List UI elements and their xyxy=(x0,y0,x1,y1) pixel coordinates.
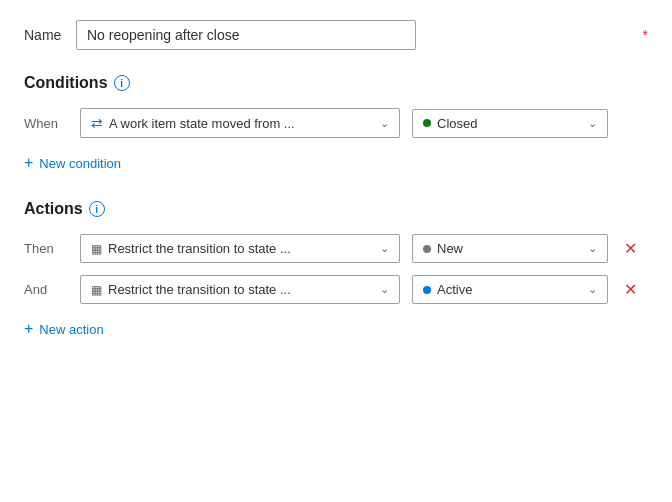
state-dropdown-closed[interactable]: Closed ⌄ xyxy=(412,109,608,138)
name-input-wrapper xyxy=(76,20,627,50)
new-action-button[interactable]: + New action xyxy=(24,316,104,342)
new-condition-button[interactable]: + New condition xyxy=(24,150,121,176)
new-condition-label: New condition xyxy=(39,156,121,171)
actions-section: Actions i Then ▦ Restrict the transition… xyxy=(24,200,648,342)
conditions-header: Conditions i xyxy=(24,74,648,92)
name-label: Name xyxy=(24,27,64,43)
then-label: Then xyxy=(24,241,68,256)
restrict-icon-then: ▦ xyxy=(91,242,102,256)
and-delete-button[interactable]: ✕ xyxy=(620,278,641,301)
then-state-dropdown-arrow: ⌄ xyxy=(588,242,597,255)
condition-dropdown-arrow: ⌄ xyxy=(380,117,389,130)
condition-dropdown-text: ⇄ A work item state moved from ... xyxy=(91,115,295,131)
when-label: When xyxy=(24,116,68,131)
state-dropdown-closed-text: Closed xyxy=(423,116,477,131)
and-state-dropdown[interactable]: Active ⌄ xyxy=(412,275,608,304)
and-label: And xyxy=(24,282,68,297)
then-state-dropdown[interactable]: New ⌄ xyxy=(412,234,608,263)
closed-dot xyxy=(423,119,431,127)
new-condition-plus-icon: + xyxy=(24,154,33,172)
then-action-dropdown-arrow: ⌄ xyxy=(380,242,389,255)
conditions-info-icon[interactable]: i xyxy=(114,75,130,91)
conditions-title: Conditions xyxy=(24,74,108,92)
and-action-dropdown-arrow: ⌄ xyxy=(380,283,389,296)
actions-info-icon[interactable]: i xyxy=(89,201,105,217)
new-action-plus-icon: + xyxy=(24,320,33,338)
actions-header: Actions i xyxy=(24,200,648,218)
and-state-dropdown-arrow: ⌄ xyxy=(588,283,597,296)
conditions-section: Conditions i When ⇄ A work item state mo… xyxy=(24,74,648,176)
when-row: When ⇄ A work item state moved from ... … xyxy=(24,108,648,138)
required-indicator: * xyxy=(643,27,648,43)
name-row: Name * xyxy=(24,20,648,50)
condition-dropdown[interactable]: ⇄ A work item state moved from ... ⌄ xyxy=(80,108,400,138)
then-action-dropdown[interactable]: ▦ Restrict the transition to state ... ⌄ xyxy=(80,234,400,263)
and-state-dropdown-text: Active xyxy=(423,282,472,297)
swap-icon: ⇄ xyxy=(91,115,103,131)
then-delete-button[interactable]: ✕ xyxy=(620,237,641,260)
then-row: Then ▦ Restrict the transition to state … xyxy=(24,234,648,263)
and-row: And ▦ Restrict the transition to state .… xyxy=(24,275,648,304)
name-input[interactable] xyxy=(76,20,416,50)
new-dot xyxy=(423,245,431,253)
new-action-label: New action xyxy=(39,322,103,337)
active-dot xyxy=(423,286,431,294)
and-action-dropdown-text: ▦ Restrict the transition to state ... xyxy=(91,282,291,297)
actions-title: Actions xyxy=(24,200,83,218)
then-state-dropdown-text: New xyxy=(423,241,463,256)
state-dropdown-closed-arrow: ⌄ xyxy=(588,117,597,130)
and-action-dropdown[interactable]: ▦ Restrict the transition to state ... ⌄ xyxy=(80,275,400,304)
then-action-dropdown-text: ▦ Restrict the transition to state ... xyxy=(91,241,291,256)
restrict-icon-and: ▦ xyxy=(91,283,102,297)
